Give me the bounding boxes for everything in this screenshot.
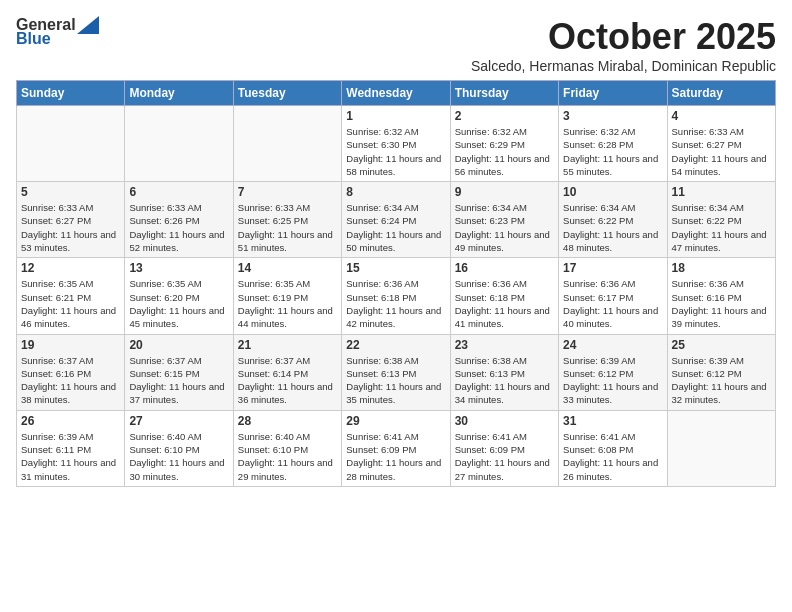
calendar-day-cell [17,106,125,182]
calendar-weekday-header: Friday [559,81,667,106]
calendar-day-cell: 23Sunrise: 6:38 AMSunset: 6:13 PMDayligh… [450,334,558,410]
day-info: Sunrise: 6:38 AMSunset: 6:13 PMDaylight:… [455,354,554,407]
logo-bird-icon [77,16,99,34]
day-info: Sunrise: 6:37 AMSunset: 6:14 PMDaylight:… [238,354,337,407]
location-subtitle: Salcedo, Hermanas Mirabal, Dominican Rep… [471,58,776,74]
day-number: 6 [129,185,228,199]
day-number: 1 [346,109,445,123]
day-number: 22 [346,338,445,352]
calendar-day-cell: 21Sunrise: 6:37 AMSunset: 6:14 PMDayligh… [233,334,341,410]
calendar-day-cell: 5Sunrise: 6:33 AMSunset: 6:27 PMDaylight… [17,182,125,258]
day-info: Sunrise: 6:37 AMSunset: 6:16 PMDaylight:… [21,354,120,407]
day-info: Sunrise: 6:32 AMSunset: 6:29 PMDaylight:… [455,125,554,178]
day-number: 24 [563,338,662,352]
calendar-day-cell: 1Sunrise: 6:32 AMSunset: 6:30 PMDaylight… [342,106,450,182]
calendar-weekday-header: Tuesday [233,81,341,106]
calendar-day-cell: 4Sunrise: 6:33 AMSunset: 6:27 PMDaylight… [667,106,775,182]
calendar-day-cell: 26Sunrise: 6:39 AMSunset: 6:11 PMDayligh… [17,410,125,486]
day-info: Sunrise: 6:34 AMSunset: 6:22 PMDaylight:… [563,201,662,254]
calendar-day-cell: 7Sunrise: 6:33 AMSunset: 6:25 PMDaylight… [233,182,341,258]
day-number: 11 [672,185,771,199]
calendar-day-cell: 8Sunrise: 6:34 AMSunset: 6:24 PMDaylight… [342,182,450,258]
calendar-day-cell: 2Sunrise: 6:32 AMSunset: 6:29 PMDaylight… [450,106,558,182]
day-number: 14 [238,261,337,275]
calendar-day-cell: 6Sunrise: 6:33 AMSunset: 6:26 PMDaylight… [125,182,233,258]
day-number: 4 [672,109,771,123]
day-number: 23 [455,338,554,352]
calendar-day-cell: 30Sunrise: 6:41 AMSunset: 6:09 PMDayligh… [450,410,558,486]
day-info: Sunrise: 6:36 AMSunset: 6:16 PMDaylight:… [672,277,771,330]
calendar-day-cell: 25Sunrise: 6:39 AMSunset: 6:12 PMDayligh… [667,334,775,410]
page-header: General Blue October 2025 Salcedo, Herma… [16,16,776,74]
day-info: Sunrise: 6:41 AMSunset: 6:09 PMDaylight:… [455,430,554,483]
title-block: October 2025 Salcedo, Hermanas Mirabal, … [471,16,776,74]
day-info: Sunrise: 6:41 AMSunset: 6:08 PMDaylight:… [563,430,662,483]
day-info: Sunrise: 6:35 AMSunset: 6:21 PMDaylight:… [21,277,120,330]
calendar-weekday-header: Sunday [17,81,125,106]
day-info: Sunrise: 6:36 AMSunset: 6:18 PMDaylight:… [455,277,554,330]
day-info: Sunrise: 6:40 AMSunset: 6:10 PMDaylight:… [238,430,337,483]
calendar-day-cell: 13Sunrise: 6:35 AMSunset: 6:20 PMDayligh… [125,258,233,334]
day-number: 9 [455,185,554,199]
month-title: October 2025 [471,16,776,58]
calendar-day-cell: 3Sunrise: 6:32 AMSunset: 6:28 PMDaylight… [559,106,667,182]
svg-marker-0 [77,16,99,34]
day-info: Sunrise: 6:35 AMSunset: 6:19 PMDaylight:… [238,277,337,330]
calendar-weekday-header: Wednesday [342,81,450,106]
calendar-day-cell: 19Sunrise: 6:37 AMSunset: 6:16 PMDayligh… [17,334,125,410]
day-number: 7 [238,185,337,199]
calendar-day-cell [667,410,775,486]
day-number: 16 [455,261,554,275]
day-info: Sunrise: 6:32 AMSunset: 6:30 PMDaylight:… [346,125,445,178]
day-number: 28 [238,414,337,428]
calendar-day-cell [125,106,233,182]
day-number: 12 [21,261,120,275]
day-info: Sunrise: 6:36 AMSunset: 6:17 PMDaylight:… [563,277,662,330]
day-info: Sunrise: 6:40 AMSunset: 6:10 PMDaylight:… [129,430,228,483]
day-number: 30 [455,414,554,428]
day-number: 29 [346,414,445,428]
day-info: Sunrise: 6:34 AMSunset: 6:24 PMDaylight:… [346,201,445,254]
day-info: Sunrise: 6:33 AMSunset: 6:27 PMDaylight:… [21,201,120,254]
calendar-week-row: 19Sunrise: 6:37 AMSunset: 6:16 PMDayligh… [17,334,776,410]
calendar-day-cell: 27Sunrise: 6:40 AMSunset: 6:10 PMDayligh… [125,410,233,486]
day-info: Sunrise: 6:35 AMSunset: 6:20 PMDaylight:… [129,277,228,330]
calendar-header-row: SundayMondayTuesdayWednesdayThursdayFrid… [17,81,776,106]
day-number: 26 [21,414,120,428]
day-number: 27 [129,414,228,428]
day-info: Sunrise: 6:39 AMSunset: 6:12 PMDaylight:… [563,354,662,407]
calendar-day-cell: 29Sunrise: 6:41 AMSunset: 6:09 PMDayligh… [342,410,450,486]
calendar-day-cell: 22Sunrise: 6:38 AMSunset: 6:13 PMDayligh… [342,334,450,410]
calendar-week-row: 26Sunrise: 6:39 AMSunset: 6:11 PMDayligh… [17,410,776,486]
calendar-day-cell: 9Sunrise: 6:34 AMSunset: 6:23 PMDaylight… [450,182,558,258]
calendar-weekday-header: Saturday [667,81,775,106]
logo-blue: Blue [16,30,51,48]
calendar-day-cell: 12Sunrise: 6:35 AMSunset: 6:21 PMDayligh… [17,258,125,334]
day-info: Sunrise: 6:41 AMSunset: 6:09 PMDaylight:… [346,430,445,483]
day-number: 25 [672,338,771,352]
day-number: 13 [129,261,228,275]
day-number: 3 [563,109,662,123]
calendar-day-cell: 20Sunrise: 6:37 AMSunset: 6:15 PMDayligh… [125,334,233,410]
day-number: 17 [563,261,662,275]
day-number: 10 [563,185,662,199]
day-info: Sunrise: 6:33 AMSunset: 6:25 PMDaylight:… [238,201,337,254]
calendar-week-row: 5Sunrise: 6:33 AMSunset: 6:27 PMDaylight… [17,182,776,258]
calendar-body: 1Sunrise: 6:32 AMSunset: 6:30 PMDaylight… [17,106,776,487]
day-number: 20 [129,338,228,352]
calendar-table: SundayMondayTuesdayWednesdayThursdayFrid… [16,80,776,487]
calendar-day-cell: 11Sunrise: 6:34 AMSunset: 6:22 PMDayligh… [667,182,775,258]
day-info: Sunrise: 6:38 AMSunset: 6:13 PMDaylight:… [346,354,445,407]
day-info: Sunrise: 6:37 AMSunset: 6:15 PMDaylight:… [129,354,228,407]
day-number: 19 [21,338,120,352]
calendar-day-cell: 17Sunrise: 6:36 AMSunset: 6:17 PMDayligh… [559,258,667,334]
calendar-day-cell: 15Sunrise: 6:36 AMSunset: 6:18 PMDayligh… [342,258,450,334]
day-number: 5 [21,185,120,199]
day-info: Sunrise: 6:34 AMSunset: 6:22 PMDaylight:… [672,201,771,254]
day-info: Sunrise: 6:32 AMSunset: 6:28 PMDaylight:… [563,125,662,178]
calendar-day-cell: 16Sunrise: 6:36 AMSunset: 6:18 PMDayligh… [450,258,558,334]
day-info: Sunrise: 6:39 AMSunset: 6:12 PMDaylight:… [672,354,771,407]
calendar-day-cell: 28Sunrise: 6:40 AMSunset: 6:10 PMDayligh… [233,410,341,486]
day-number: 18 [672,261,771,275]
day-number: 31 [563,414,662,428]
